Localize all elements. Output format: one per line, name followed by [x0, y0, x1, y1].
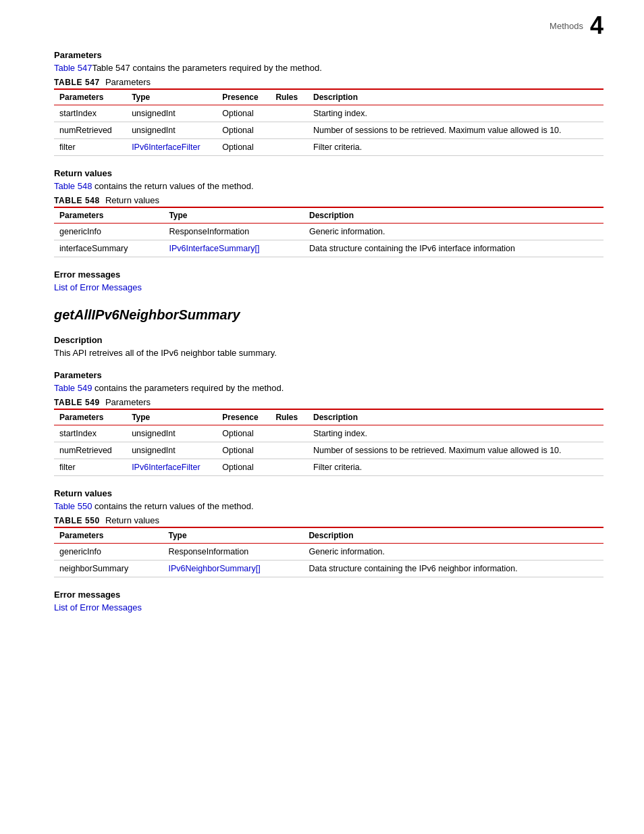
- table547-label: TABLE 547: [54, 78, 100, 87]
- error-messages-link-1[interactable]: List of Error Messages: [54, 282, 142, 292]
- error-messages-section-1: Error messages List of Error Messages: [54, 269, 603, 292]
- table548-intro: Table 548 contains the return values of …: [54, 181, 603, 191]
- table549: Parameters Type Presence Rules Descripti…: [54, 409, 603, 476]
- table547-intro: Table 547Table 547 contains the paramete…: [54, 63, 603, 73]
- table548-label: TABLE 548: [54, 196, 100, 205]
- table-row: interfaceSummary IPv6InterfaceSummary[] …: [54, 240, 603, 257]
- table550-intro: Table 550 contains the return values of …: [54, 501, 603, 511]
- table547-header-row: Parameters Type Presence Rules Descripti…: [54, 89, 603, 105]
- error-messages-link-2[interactable]: List of Error Messages: [54, 602, 142, 613]
- table548-header-row: Parameters Type Description: [54, 207, 603, 224]
- parameters-section: Parameters Table 547Table 547 contains t…: [54, 50, 603, 156]
- col-presence: Presence: [217, 89, 270, 105]
- error-messages-heading-2: Error messages: [54, 590, 603, 600]
- col-presence: Presence: [217, 409, 270, 425]
- ipv6-interface-filter-link[interactable]: IPv6InterfaceFilter: [132, 142, 200, 152]
- col-description: Description: [304, 207, 603, 224]
- return-values-heading: Return values: [54, 168, 603, 178]
- col-description: Description: [308, 89, 603, 105]
- col-parameters: Parameters: [54, 207, 163, 224]
- error-messages-heading-1: Error messages: [54, 269, 603, 280]
- table550-label-row: TABLE 550 Return values: [54, 515, 603, 525]
- col-parameters: Parameters: [54, 409, 126, 425]
- table549-link[interactable]: Table 549: [54, 383, 92, 393]
- ipv6-interface-summary-link[interactable]: IPv6InterfaceSummary[]: [169, 244, 259, 253]
- table548: Parameters Type Description genericInfo …: [54, 207, 603, 257]
- table548-link[interactable]: Table 548: [54, 181, 92, 191]
- chapter-number: 4: [590, 14, 603, 38]
- col-parameters: Parameters: [54, 527, 163, 544]
- method2-parameters-section: Parameters Table 549 contains the parame…: [54, 370, 603, 476]
- table548-desc: Return values: [105, 195, 159, 205]
- col-description: Description: [308, 409, 603, 425]
- table547: Parameters Type Presence Rules Descripti…: [54, 88, 603, 156]
- table547-desc: Parameters: [105, 77, 151, 87]
- ipv6-interface-filter-link-2[interactable]: IPv6InterfaceFilter: [132, 463, 200, 472]
- table550-link[interactable]: Table 550: [54, 501, 92, 511]
- table547-label-row: TABLE 547 Parameters: [54, 77, 603, 87]
- col-parameters: Parameters: [54, 89, 126, 105]
- table-row: numRetrieved unsignedInt Optional Number…: [54, 122, 603, 139]
- table550-header-row: Parameters Type Description: [54, 527, 603, 544]
- col-type: Type: [163, 527, 303, 544]
- method2-title: getAllIPv6NeighborSummary: [54, 307, 603, 323]
- table549-label: TABLE 549: [54, 398, 100, 407]
- method2-description-section: Description This API retreives all of th…: [54, 335, 603, 358]
- col-type: Type: [126, 89, 217, 105]
- table547-link[interactable]: Table 547: [54, 63, 92, 73]
- table-row: filter IPv6InterfaceFilter Optional Filt…: [54, 139, 603, 156]
- col-type: Type: [126, 409, 217, 425]
- table548-label-row: TABLE 548 Return values: [54, 195, 603, 205]
- method2-description-heading: Description: [54, 335, 603, 345]
- col-rules: Rules: [270, 409, 308, 425]
- col-description: Description: [303, 527, 603, 544]
- error-messages-section-2: Error messages List of Error Messages: [54, 590, 603, 613]
- table549-desc: Parameters: [105, 397, 151, 407]
- table-row: neighborSummary IPv6NeighborSummary[] Da…: [54, 561, 603, 577]
- method2-return-values-section: Return values Table 550 contains the ret…: [54, 488, 603, 577]
- table550: Parameters Type Description genericInfo …: [54, 527, 603, 577]
- ipv6-neighbor-summary-link[interactable]: IPv6NeighborSummary[]: [168, 564, 260, 573]
- table549-label-row: TABLE 549 Parameters: [54, 397, 603, 407]
- table549-header-row: Parameters Type Presence Rules Descripti…: [54, 409, 603, 425]
- col-type: Type: [163, 207, 304, 224]
- col-rules: Rules: [270, 89, 308, 105]
- method2-parameters-heading: Parameters: [54, 370, 603, 380]
- table-row: genericInfo ResponseInformation Generic …: [54, 544, 603, 561]
- method2-description-text: This API retreives all of the IPv6 neigh…: [54, 348, 603, 358]
- parameters-heading: Parameters: [54, 50, 603, 60]
- table-row: startIndex unsignedInt Optional Starting…: [54, 105, 603, 122]
- table550-label: TABLE 550: [54, 516, 100, 525]
- table-row: startIndex unsignedInt Optional Starting…: [54, 425, 603, 442]
- table-row: genericInfo ResponseInformation Generic …: [54, 224, 603, 240]
- table-row: filter IPv6InterfaceFilter Optional Filt…: [54, 459, 603, 476]
- table-row: numRetrieved unsignedInt Optional Number…: [54, 442, 603, 459]
- return-values-section: Return values Table 548 contains the ret…: [54, 168, 603, 257]
- table550-desc: Return values: [105, 515, 159, 525]
- method2-return-values-heading: Return values: [54, 488, 603, 498]
- table549-intro: Table 549 contains the parameters requir…: [54, 383, 603, 393]
- page-header: Methods 4: [54, 14, 603, 38]
- chapter-label: Methods: [549, 21, 583, 31]
